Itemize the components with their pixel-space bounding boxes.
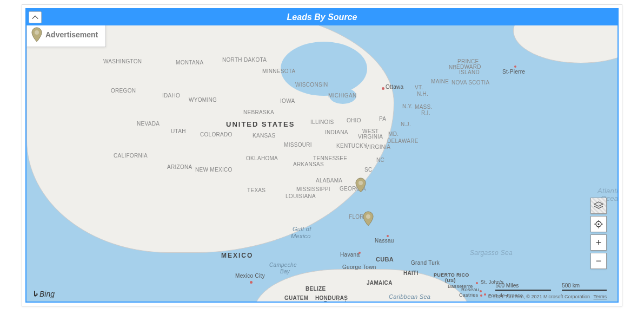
- label-mexico-city: Mexico City: [235, 273, 265, 279]
- label-gulf-2: Mexico: [291, 233, 311, 239]
- label-mt: MONTANA: [176, 60, 203, 65]
- scale-miles: 500 Miles: [495, 283, 551, 291]
- label-va: VIRGINIA: [366, 144, 390, 150]
- label-id: IDAHO: [162, 93, 180, 99]
- collapse-button[interactable]: [29, 11, 42, 23]
- zoom-in-button[interactable]: +: [590, 234, 607, 251]
- label-belize: BELIZE: [306, 286, 326, 292]
- pin-icon: [31, 27, 42, 42]
- label-ne: NEBRASKA: [243, 109, 274, 115]
- label-atlantic-1: Atlanti: [597, 187, 618, 195]
- label-or: OREGON: [111, 88, 136, 94]
- label-havana: Havana: [340, 252, 360, 258]
- label-nh: N.H.: [417, 91, 428, 97]
- dot-mexico-city: [250, 281, 253, 284]
- dot-castries: [480, 294, 482, 297]
- map-legend: Advertisement: [26, 25, 106, 47]
- label-ri: R.I.: [421, 110, 430, 116]
- label-mn: MINNESOTA: [262, 68, 295, 74]
- label-in: INDIANA: [325, 129, 348, 135]
- svg-point-2: [366, 214, 370, 219]
- zoom-out-button[interactable]: −: [590, 253, 607, 269]
- label-nd: NORTH DAKOTA: [222, 57, 267, 63]
- label-puerto-rico-2: (US): [445, 278, 456, 283]
- widget-title: Leads By Source: [287, 12, 357, 22]
- label-george-town: George Town: [342, 264, 376, 270]
- label-gulf-1: Gulf of: [293, 226, 311, 232]
- label-nm: NEW MEXICO: [195, 167, 233, 173]
- label-wy: WYOMING: [189, 97, 217, 103]
- locate-me-button[interactable]: [590, 216, 607, 232]
- dot-roseau: [480, 290, 482, 292]
- label-mexico: MEXICO: [221, 252, 253, 259]
- layer-toggle-button[interactable]: [590, 198, 607, 214]
- bing-logo: Bing: [33, 290, 55, 298]
- svg-point-0: [35, 30, 39, 35]
- label-mo: MISSOURI: [284, 142, 312, 148]
- locate-icon: [594, 220, 603, 228]
- scale-bar: 500 Miles 500 km: [495, 283, 607, 291]
- label-ar: ARKANSAS: [293, 161, 324, 167]
- label-az: ARIZONA: [167, 164, 192, 170]
- label-ia: IOWA: [280, 98, 295, 104]
- label-ottawa: Ottawa: [386, 84, 403, 90]
- label-caribbean: Caribbean Sea: [389, 293, 430, 300]
- label-pei3: ISLAND: [459, 69, 480, 75]
- label-united-states: UNITED STATES: [226, 120, 295, 128]
- label-sargasso: Sargasso Sea: [470, 249, 513, 257]
- layers-icon: [594, 201, 603, 211]
- scale-km: 500 km: [562, 283, 607, 291]
- terms-link[interactable]: Terms: [594, 294, 607, 299]
- label-nj: N.J.: [401, 121, 411, 127]
- dot-ottawa: [382, 87, 384, 90]
- label-delaware: DELAWARE: [387, 138, 419, 144]
- label-campeche-1: Campeche: [269, 262, 297, 268]
- map-widget: Leads By Source Advertisement UNITED STA…: [25, 8, 619, 303]
- label-roseau: Roseau: [461, 287, 479, 292]
- label-oh: OHIO: [347, 117, 361, 123]
- svg-point-4: [598, 224, 600, 225]
- label-ca: CALIFORNIA: [114, 153, 148, 159]
- label-ns: NOVA SCOTIA: [452, 80, 489, 86]
- label-st-pierre: St-Pierre: [502, 69, 525, 75]
- label-jamaica: JAMAICA: [367, 280, 393, 286]
- label-tegucigalpa: Tegucigalpa: [324, 300, 351, 302]
- map-marker-georgia[interactable]: [355, 178, 366, 193]
- label-mass: MASS.: [415, 104, 433, 110]
- dot-nassau: [387, 235, 389, 237]
- label-mi: MICHIGAN: [328, 93, 356, 99]
- label-wi: WISCONSIN: [295, 82, 328, 88]
- label-nb: NB: [449, 64, 457, 70]
- label-maine: MAINE: [431, 78, 449, 84]
- title-bar: Leads By Source: [26, 9, 618, 25]
- map-attribution: © 2021 TomTom, © 2021 Microsoft Corporat…: [488, 294, 607, 299]
- label-nassau: Nassau: [375, 238, 394, 244]
- label-al: ALABAMA: [316, 178, 342, 184]
- label-ks: KANSAS: [253, 133, 275, 139]
- label-nv: NEVADA: [137, 121, 160, 127]
- label-castries: Castries: [459, 292, 478, 298]
- label-vt: VT.: [415, 84, 423, 90]
- label-ky: KENTUCKY: [336, 143, 367, 149]
- label-ny: N.Y.: [402, 103, 413, 109]
- bing-label: Bing: [39, 290, 55, 298]
- label-cuba: CUBA: [376, 256, 394, 263]
- map-canvas[interactable]: Advertisement UNITED STATES MEXICO CUBA …: [26, 25, 618, 302]
- label-pa: PA: [379, 116, 386, 122]
- label-puerto-rico-1: PUERTO RICO: [434, 272, 469, 278]
- svg-point-1: [358, 181, 363, 185]
- dot-st-pierre: [514, 65, 516, 68]
- label-ut: UTAH: [171, 128, 186, 134]
- label-il: ILLINOIS: [310, 119, 334, 125]
- widget-card: Leads By Source Advertisement UNITED STA…: [22, 4, 622, 306]
- attribution-text: © 2021 TomTom, © 2021 Microsoft Corporat…: [488, 294, 590, 299]
- map-marker-florida[interactable]: [363, 211, 374, 226]
- label-wa: WASHINGTON: [103, 58, 142, 64]
- label-guatemala: GUATEM: [284, 295, 308, 301]
- label-wv2: VIRGINIA: [358, 134, 383, 140]
- map-controls: + −: [590, 198, 607, 269]
- label-ok: OKLAHOMA: [246, 155, 278, 161]
- legend-series-label: Advertisement: [45, 30, 98, 39]
- label-grand-turk: Grand Turk: [411, 260, 440, 266]
- label-tn: TENNESSEE: [313, 155, 347, 161]
